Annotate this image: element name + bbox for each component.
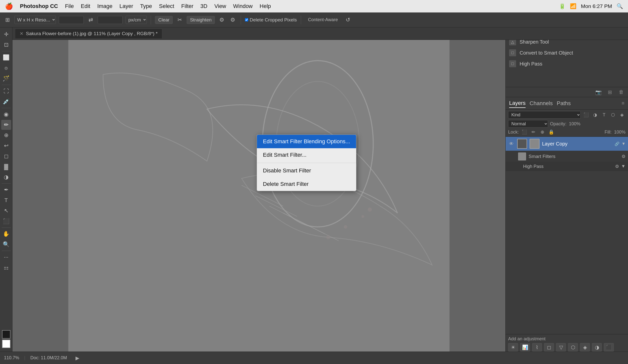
new-doc-icon[interactable]: ⊞	[606, 89, 614, 96]
gradient-tool[interactable]: ▓	[1, 162, 11, 172]
menu-help[interactable]: Help	[260, 3, 271, 9]
lock-all-icon[interactable]: 🔒	[548, 129, 555, 135]
menu-type[interactable]: Type	[140, 3, 152, 9]
snapshot-icon[interactable]: 📷	[594, 89, 603, 96]
exposure-adj-icon[interactable]: ◻	[544, 343, 554, 352]
reset-icon[interactable]: ↺	[344, 16, 352, 24]
foreground-color[interactable]	[2, 330, 10, 339]
lock-pixels-icon[interactable]: ⬛	[521, 129, 528, 135]
ctx-disable-smart-filter[interactable]: Disable Smart Filter	[257, 164, 356, 177]
swap-icon[interactable]: ⇄	[87, 16, 95, 24]
menu-view[interactable]: View	[214, 3, 226, 9]
highpass-filter-row[interactable]: High Pass ⚙ ▼	[506, 162, 628, 171]
menu-select[interactable]: Select	[159, 3, 174, 9]
menu-layer[interactable]: Layer	[119, 3, 133, 9]
height-input[interactable]	[98, 16, 123, 24]
levels-adj-icon[interactable]: 📊	[520, 343, 530, 352]
dodge-tool[interactable]: ◑	[1, 172, 11, 182]
fill-value[interactable]: 100%	[614, 130, 626, 135]
clear-button[interactable]: Clear	[155, 16, 173, 24]
clone-stamp-tool[interactable]: ⊕	[1, 130, 11, 140]
menu-file[interactable]: File	[65, 3, 74, 9]
lock-artboards-icon[interactable]: ⊕	[539, 129, 546, 135]
layers-tab[interactable]: Layers	[509, 99, 526, 108]
background-color[interactable]	[2, 340, 10, 348]
ctx-edit-blending-options[interactable]: Edit Smart Filter Blending Options...	[257, 135, 356, 148]
history-item-highpass[interactable]: □ High Pass	[506, 58, 628, 69]
width-input[interactable]	[59, 16, 84, 24]
apple-menu[interactable]: 🍎	[5, 2, 13, 10]
marquee-tool[interactable]: ⬜	[1, 53, 11, 63]
eraser-tool[interactable]: ◻	[1, 151, 11, 161]
straighten-button[interactable]: Straighten	[187, 16, 215, 24]
extra-tool[interactable]: ···	[1, 252, 11, 262]
highpass-blending-icon[interactable]: ⚙	[615, 164, 619, 169]
artboard-tool[interactable]: ⊡	[1, 40, 11, 50]
menu-window[interactable]: Window	[233, 3, 253, 9]
status-arrow[interactable]: ▶	[76, 355, 79, 361]
more-tools[interactable]: ⚏	[1, 263, 11, 273]
brightness-adj-icon[interactable]: ☀	[508, 343, 518, 352]
zoom-tool[interactable]: 🔍	[1, 239, 11, 249]
paths-tab[interactable]: Paths	[557, 99, 571, 108]
hand-tool[interactable]: ✋	[1, 229, 11, 239]
lasso-tool[interactable]: ⌾	[1, 63, 11, 73]
menu-photoshop-cc[interactable]: Photoshop CC	[20, 3, 58, 9]
gear-icon[interactable]: ⚙	[229, 16, 237, 24]
crop-icon[interactable]: ✂	[176, 16, 184, 24]
layer-item-copy[interactable]: 👁 Layer Copy 🔗 ▼	[506, 137, 628, 151]
colorbalance-adj-icon[interactable]: ◈	[580, 343, 590, 352]
units-select[interactable]: px/cm	[126, 16, 147, 24]
type-filter-icon[interactable]: T	[601, 112, 608, 118]
hue-adj-icon[interactable]: ⬡	[568, 343, 578, 352]
delete-history-icon[interactable]: 🗑	[617, 89, 626, 96]
svg-rect-1	[69, 40, 450, 352]
photofil-adj-icon[interactable]: ⬛	[604, 343, 614, 352]
resolution-select[interactable]: W x H x Reso...	[14, 16, 56, 24]
channels-tab[interactable]: Channels	[530, 99, 553, 108]
settings-icon[interactable]: ⚙	[218, 16, 226, 24]
crop-tool[interactable]: ⛶	[1, 86, 11, 96]
curves-adj-icon[interactable]: ⌇	[532, 343, 542, 352]
delete-cropped-label[interactable]: Delete Cropped Pixels	[245, 17, 297, 23]
menu-image[interactable]: Image	[97, 3, 112, 9]
layers-panel-options[interactable]: ≡	[622, 100, 625, 106]
blend-mode-select[interactable]: Normal	[508, 120, 548, 128]
eyedropper-tool[interactable]: 💉	[1, 97, 11, 107]
type-tool[interactable]: T	[1, 195, 11, 205]
path-select-tool[interactable]: ↖	[1, 206, 11, 216]
menu-3d[interactable]: 3D	[200, 3, 207, 9]
shape-filter-icon[interactable]: ⬡	[610, 112, 617, 118]
tab-close-icon[interactable]: ✕	[20, 31, 23, 36]
smart-filters-row[interactable]: Smart Filters ⚙	[506, 151, 628, 162]
ctx-delete-smart-filter[interactable]: Delete Smart Filter	[257, 177, 356, 191]
layer-name[interactable]: Layer Copy	[542, 141, 612, 147]
document-tab[interactable]: ✕ Sakura Flower-before (1).jpg @ 111% (L…	[15, 29, 162, 38]
adjustment-filter-icon[interactable]: ◑	[592, 112, 599, 118]
brush-tool[interactable]: ✏	[1, 120, 11, 130]
quick-select-tool[interactable]: 🪄	[1, 73, 11, 83]
ctx-edit-smart-filter[interactable]: Edit Smart Filter...	[257, 148, 356, 162]
highpass-expand-icon[interactable]: ▼	[621, 164, 626, 169]
history-brush-tool[interactable]: ↩	[1, 141, 11, 151]
menu-edit[interactable]: Edit	[81, 3, 90, 9]
layer-visibility-icon[interactable]: 👁	[508, 141, 515, 147]
opacity-value[interactable]: 100%	[569, 121, 580, 127]
smart-filter-icon[interactable]: ◈	[619, 112, 626, 118]
spot-heal-tool[interactable]: ◉	[1, 109, 11, 119]
lock-position-icon[interactable]: ✏	[530, 129, 537, 135]
smart-filter-options[interactable]: ⚙	[622, 154, 626, 159]
shape-tool[interactable]: ⬛	[1, 216, 11, 226]
vibrance-adj-icon[interactable]: ▽	[556, 343, 566, 352]
pixel-filter-icon[interactable]: ⬛	[583, 112, 590, 118]
search-icon[interactable]: 🔍	[617, 3, 623, 9]
bw-adj-icon[interactable]: ◑	[592, 343, 602, 352]
kind-select[interactable]: Kind	[508, 111, 581, 119]
layer-expand-icon[interactable]: ▼	[622, 142, 626, 146]
menu-filter[interactable]: Filter	[181, 3, 193, 9]
move-tool[interactable]: ✛	[1, 29, 11, 39]
history-item-smart-object[interactable]: □ Convert to Smart Object	[506, 47, 628, 58]
pen-tool[interactable]: ✒	[1, 185, 11, 195]
crop-tool-icon[interactable]: ⊞	[3, 16, 11, 24]
delete-cropped-checkbox[interactable]	[245, 18, 248, 21]
